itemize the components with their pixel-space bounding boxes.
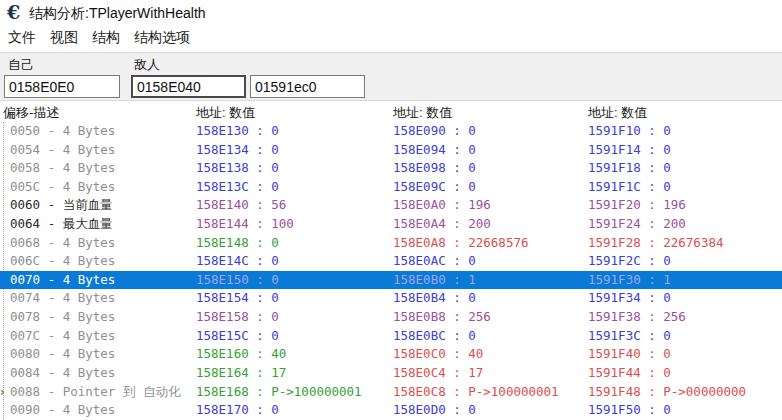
self-address-input[interactable] xyxy=(4,75,120,98)
table-row[interactable]: 0050 - 4 Bytes158E130 : 0158E090 : 01591… xyxy=(0,122,782,141)
address-value-cell: 158E0C0 : 40 xyxy=(393,345,587,364)
table-row[interactable]: 0058 - 4 Bytes158E138 : 0158E098 : 01591… xyxy=(0,159,782,178)
table-row[interactable]: 005C - 4 Bytes158E13C : 0158E09C : 01591… xyxy=(0,178,782,197)
address-value-cell: 158E138 : 0 xyxy=(196,159,392,178)
address-value-cell: 1591F38 : 256 xyxy=(588,308,782,327)
selection-highlight xyxy=(0,271,8,290)
table-row[interactable]: 006C - 4 Bytes158E14C : 0158E0AC : 01591… xyxy=(0,252,782,271)
offset-description-cell: 006C - 4 Bytes xyxy=(10,252,197,271)
address-value-cell: 1591F1C : 0 xyxy=(588,178,782,197)
address-value-cell: 1591F48 : P->00000000 xyxy=(588,383,782,402)
offset-description-cell: 0058 - 4 Bytes xyxy=(10,159,197,178)
menu-bar: 文件 视图 结构 结构选项 xyxy=(0,26,782,50)
address-value-cell: 158E140 : 56 xyxy=(196,196,392,215)
column-headers: 偏移-描述 地址: 数值 地址: 数值 地址: 数值 xyxy=(0,101,782,122)
address-value-cell: 1591F40 : 0 xyxy=(588,345,782,364)
address-value-cell: 1591F14 : 0 xyxy=(588,141,782,160)
table-row[interactable]: 0090 - 4 Bytes158E170 : 0158E0D0 : 01591… xyxy=(0,401,782,420)
self-group-label: 自己 xyxy=(8,56,34,74)
offset-description-cell: 0050 - 4 Bytes xyxy=(10,122,197,141)
offset-description-cell: 0078 - 4 Bytes xyxy=(10,308,197,327)
address-value-cell: 158E094 : 0 xyxy=(393,141,587,160)
title-bar: € 结构分析:TPlayerWithHealth xyxy=(0,0,782,26)
address-value-cell: 158E170 : 0 xyxy=(196,401,392,420)
table-row[interactable]: 0074 - 4 Bytes158E154 : 0158E0B4 : 01591… xyxy=(0,289,782,308)
address-value-cell: 158E098 : 0 xyxy=(393,159,587,178)
table-row[interactable]: 0084 - 4 Bytes158E164 : 17158E0C4 : 1715… xyxy=(0,364,782,383)
offset-description-cell: 0054 - 4 Bytes xyxy=(10,141,197,160)
address-value-cell: 1591F50 : 0 xyxy=(588,401,782,420)
enemy-address-input[interactable] xyxy=(131,75,246,98)
address-value-cell: 158E13C : 0 xyxy=(196,178,392,197)
address-value-header-2: 地址: 数值 xyxy=(393,104,452,122)
structure-rows: 0050 - 4 Bytes158E130 : 0158E090 : 01591… xyxy=(0,122,782,420)
address-value-cell: 158E168 : P->100000001 xyxy=(196,383,392,402)
table-row[interactable]: 007C - 4 Bytes158E15C : 0158E0BC : 01591… xyxy=(0,327,782,346)
address-value-cell: 158E154 : 0 xyxy=(196,289,392,308)
offset-description-cell: 005C - 4 Bytes xyxy=(10,178,197,197)
table-row[interactable]: 0068 - 4 Bytes158E148 : 0158E0A8 : 22668… xyxy=(0,234,782,253)
cheat-engine-icon: € xyxy=(7,2,25,22)
address-value-cell: 158E134 : 0 xyxy=(196,141,392,160)
address-value-cell: 1591F34 : 0 xyxy=(588,289,782,308)
offset-description-cell: 0074 - 4 Bytes xyxy=(10,289,197,308)
table-row[interactable]: 0060 - 当前血量158E140 : 56158E0A0 : 1961591… xyxy=(0,196,782,215)
address-value-cell: 158E160 : 40 xyxy=(196,345,392,364)
menu-structure[interactable]: 结构 xyxy=(92,27,120,49)
address-value-cell: 1591F20 : 196 xyxy=(588,196,782,215)
table-row[interactable]: 0080 - 4 Bytes158E160 : 40158E0C0 : 4015… xyxy=(0,345,782,364)
address-value-cell: 158E0AC : 0 xyxy=(393,252,587,271)
window-title: 结构分析:TPlayerWithHealth xyxy=(29,5,206,23)
address-value-cell: 1591F30 : 1 xyxy=(588,271,782,290)
address-value-cell: 158E09C : 0 xyxy=(393,178,587,197)
address-value-cell: 1591F28 : 22676384 xyxy=(588,234,782,253)
table-row[interactable]: 0064 - 最大血量158E144 : 100158E0A4 : 200159… xyxy=(0,215,782,234)
menu-file[interactable]: 文件 xyxy=(8,27,36,49)
expand-arrow-icon[interactable]: › xyxy=(0,383,5,402)
table-row[interactable]: 0078 - 4 Bytes158E158 : 0158E0B8 : 25615… xyxy=(0,308,782,327)
address-value-cell: 158E0A8 : 22668576 xyxy=(393,234,587,253)
address-value-cell: 158E0A0 : 196 xyxy=(393,196,587,215)
address-value-cell: 158E0BC : 0 xyxy=(393,327,587,346)
menu-view[interactable]: 视图 xyxy=(50,27,78,49)
enemy-group-label: 敌人 xyxy=(134,56,160,74)
address-value-cell: 158E0C4 : 17 xyxy=(393,364,587,383)
offset-description-cell: 0090 - 4 Bytes xyxy=(10,401,197,420)
address-value-cell: 158E14C : 0 xyxy=(196,252,392,271)
address-value-cell: 158E090 : 0 xyxy=(393,122,587,141)
address-value-cell: 158E0C8 : P->100000001 xyxy=(393,383,587,402)
offset-description-cell: 0068 - 4 Bytes xyxy=(10,234,197,253)
address-value-cell: 158E164 : 17 xyxy=(196,364,392,383)
address-value-cell: 158E0A4 : 200 xyxy=(393,215,587,234)
address-value-cell: 158E15C : 0 xyxy=(196,327,392,346)
address-value-cell: 158E0B8 : 256 xyxy=(393,308,587,327)
address-value-cell: 158E0D0 : 0 xyxy=(393,401,587,420)
address-value-cell: 1591F10 : 0 xyxy=(588,122,782,141)
offset-description-header: 偏移-描述 xyxy=(3,104,59,122)
address-value-cell: 158E158 : 0 xyxy=(196,308,392,327)
address-value-header-3: 地址: 数值 xyxy=(588,104,647,122)
table-row[interactable]: 0054 - 4 Bytes158E134 : 0158E094 : 01591… xyxy=(0,141,782,160)
address-value-cell: 1591F2C : 0 xyxy=(588,252,782,271)
address-value-cell: 158E144 : 100 xyxy=(196,215,392,234)
address-value-cell: 1591F44 : 0 xyxy=(588,364,782,383)
offset-description-cell: 0070 - 4 Bytes xyxy=(10,271,197,290)
offset-description-cell: 0064 - 最大血量 xyxy=(10,215,197,234)
address-value-cell: 1591F3C : 0 xyxy=(588,327,782,346)
address-value-cell: 158E0B0 : 1 xyxy=(393,271,587,290)
offset-description-cell: 0060 - 当前血量 xyxy=(10,196,197,215)
offset-description-cell: 0080 - 4 Bytes xyxy=(10,345,197,364)
offset-description-cell: 0084 - 4 Bytes xyxy=(10,364,197,383)
table-row[interactable]: 0070 - 4 Bytes158E150 : 0158E0B0 : 11591… xyxy=(0,271,782,290)
offset-description-cell: 007C - 4 Bytes xyxy=(10,327,197,346)
address-value-cell: 158E148 : 0 xyxy=(196,234,392,253)
address-value-cell: 158E150 : 0 xyxy=(196,271,392,290)
menu-structure-options[interactable]: 结构选项 xyxy=(134,27,190,49)
enemy2-address-input[interactable] xyxy=(250,75,365,98)
address-value-cell: 1591F18 : 0 xyxy=(588,159,782,178)
address-value-cell: 158E130 : 0 xyxy=(196,122,392,141)
address-value-cell: 158E0B4 : 0 xyxy=(393,289,587,308)
group-address-panel: 自己 敌人 xyxy=(0,52,782,101)
table-row[interactable]: ›0088 - Pointer 到 自动化158E168 : P->100000… xyxy=(0,383,782,402)
address-value-cell: 1591F24 : 200 xyxy=(588,215,782,234)
